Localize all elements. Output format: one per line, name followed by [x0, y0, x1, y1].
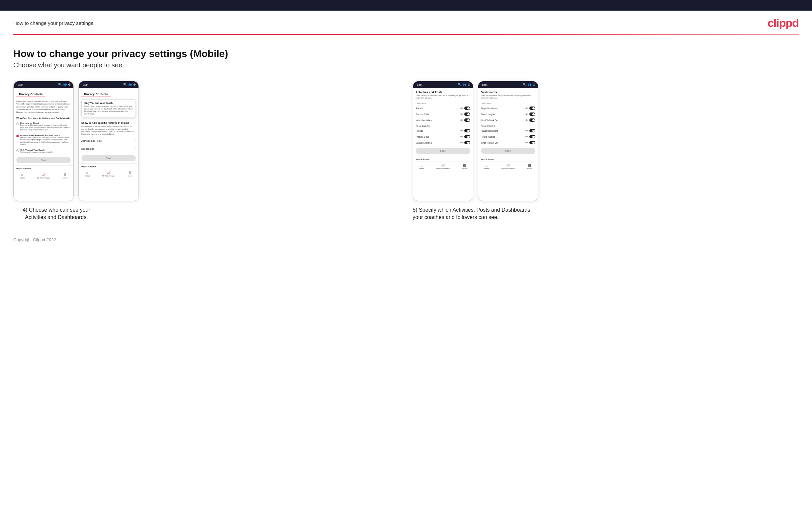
arrow-right-icon: ›: [135, 139, 136, 143]
phone3-nav-icons: 🔍 👥 ⚙: [458, 83, 470, 86]
radio3[interactable]: [16, 149, 19, 152]
menu-icon4: ☰: [528, 164, 531, 167]
tab-home-3[interactable]: ⌂ Home: [419, 164, 424, 170]
dash-heading: Dashboards: [478, 88, 538, 95]
menu-dashboards[interactable]: Dashboards ›: [79, 145, 139, 153]
breadcrumb: How to change your privacy settings: [13, 20, 93, 26]
settings-icon3[interactable]: ⚙: [468, 83, 470, 86]
toggle-switch-ri-c1[interactable]: [529, 112, 536, 116]
people-icon3[interactable]: 👥: [463, 83, 466, 86]
tab-performance-4[interactable]: 📈 My Performance: [502, 164, 515, 170]
phone1-option2[interactable]: Only Approved Followers and Your Coach O…: [14, 133, 73, 147]
step4-group: ‹ Back 🔍 👥 ⚙ Privacy Controls: [13, 81, 400, 221]
tab-home-1[interactable]: ⌂ Home: [20, 173, 25, 179]
phone2-section-title: Privacy Controls: [81, 90, 111, 97]
dash-desc: Select the dashboards that you'd like to…: [478, 95, 538, 101]
phone1-back[interactable]: ‹ Back: [16, 83, 23, 86]
phone1-save-btn[interactable]: Save: [16, 157, 71, 163]
on-label-pd2: ON: [460, 136, 463, 138]
header: How to change your privacy settings clip…: [0, 11, 812, 34]
phone3-tab-bar: ⌂ Home 📈 My Performance ☰ Menu: [413, 162, 473, 171]
search-icon2[interactable]: 🔍: [123, 83, 127, 86]
phone4-save-btn[interactable]: Save: [481, 148, 536, 154]
phone1-section-title: Privacy Controls: [16, 90, 46, 97]
page-heading: How to change your privacy settings (Mob…: [13, 48, 799, 59]
tab-menu-4[interactable]: ☰ Menu: [527, 164, 532, 170]
phone3-back[interactable]: ‹ Back: [416, 83, 422, 86]
settings-icon[interactable]: ⚙: [68, 83, 71, 86]
copyright-text: Copyright Clippd 2022: [13, 237, 56, 242]
search-icon[interactable]: 🔍: [58, 83, 62, 86]
phone3-save-btn[interactable]: Save: [416, 148, 470, 154]
toggle-switch-r2[interactable]: [464, 129, 470, 132]
tab-home-2[interactable]: ⌂ Home: [85, 171, 90, 177]
radio2[interactable]: [16, 135, 19, 137]
top-bar: [0, 0, 812, 11]
radio1[interactable]: [16, 122, 19, 125]
followers-label-3: FOLLOWERS: [413, 123, 473, 128]
phone-screen1: ‹ Back 🔍 👥 ⚙ Privacy Controls: [13, 81, 74, 201]
tab-home-4[interactable]: ⌂ Home: [484, 164, 489, 170]
footer: Copyright Clippd 2022: [0, 231, 812, 248]
toggle-switch-pd-f1[interactable]: [529, 129, 536, 132]
toggle-player-dash-coaches: Player Dashboard ON: [478, 105, 538, 111]
on-label-pd1: ON: [460, 113, 463, 115]
chart-icon: 📈: [42, 173, 46, 176]
settings-icon4[interactable]: ⚙: [533, 83, 536, 86]
phone1-option1[interactable]: Everyone on Clippd Everyone on Clippd ca…: [14, 120, 73, 133]
toggle-switch-r1[interactable]: [464, 107, 470, 110]
toggle-switch-pd-c1[interactable]: [529, 107, 536, 110]
people-icon[interactable]: 👥: [63, 83, 67, 86]
tab-performance-1[interactable]: 📈 My Performance: [37, 173, 50, 179]
main-content: How to change your privacy settings (Mob…: [0, 35, 812, 231]
on-label-ri-c1: ON: [525, 113, 528, 115]
info-text: Regardless of the privacy controls that …: [81, 125, 136, 135]
phone4-back[interactable]: ‹ Back: [481, 83, 488, 86]
phone2-back[interactable]: ‹ Back: [81, 83, 88, 86]
phone1-option3[interactable]: Only You and Your Coach Only you and the…: [14, 147, 73, 155]
people-icon4[interactable]: 👥: [528, 83, 531, 86]
toggle-switch-ri-f1[interactable]: [529, 135, 536, 138]
on-label-ri-f1: ON: [525, 136, 528, 138]
settings-icon2[interactable]: ⚙: [133, 83, 136, 86]
step5-group: ‹ Back 🔍 👥 ⚙ Activities and Posts Selec: [413, 81, 799, 221]
tab-menu-1[interactable]: ☰ Menu: [63, 173, 67, 179]
toggle-switch-pd2[interactable]: [464, 135, 470, 138]
tab-menu-2[interactable]: ☰ Menu: [128, 171, 133, 177]
phone1-nav: ‹ Back 🔍 👥 ⚙: [14, 81, 73, 88]
tab-menu-3[interactable]: ☰ Menu: [462, 164, 467, 170]
toggle-manual-coaches: Manual Activities ON: [413, 117, 473, 123]
toggle-switch-pd1[interactable]: [464, 112, 470, 116]
phone4-help: Help & Support: [478, 156, 538, 162]
toggle-switch-wo-c1[interactable]: [529, 118, 536, 122]
coaches-label-4: COACHES: [478, 101, 538, 105]
phone3-help: Help & Support: [413, 156, 473, 162]
phone4-nav-icons: 🔍 👥 ⚙: [523, 83, 536, 86]
toggle-round-insights-followers: Round Insights ON: [478, 134, 538, 140]
toggle-round-insights-coaches: Round Insights ON: [478, 111, 538, 117]
info-title: Show or hide specific features in Clippd: [81, 121, 136, 124]
search-icon4[interactable]: 🔍: [523, 83, 526, 86]
toggle-switch-ma2[interactable]: [464, 141, 470, 144]
menu-icon2: ☰: [129, 171, 132, 174]
tab-performance-3[interactable]: 📈 My Performance: [437, 164, 450, 170]
toggle-work-on-coaches: What To Work On ON: [478, 117, 538, 123]
menu-activities[interactable]: Activities and Posts ›: [79, 137, 139, 145]
chevron-left-icon2: ‹: [81, 83, 82, 86]
phone-screen2: ‹ Back 🔍 👥 ⚙ Privacy Controls: [79, 81, 139, 201]
toggle-player-dash-followers: Player Dashboard ON: [478, 128, 538, 134]
toggle-switch-ma1[interactable]: [464, 118, 470, 122]
tab-performance-2[interactable]: 📈 My Performance: [102, 171, 115, 177]
people-icon2[interactable]: 👥: [128, 83, 132, 86]
search-icon3[interactable]: 🔍: [458, 83, 461, 86]
phone2-save-btn[interactable]: Save: [81, 155, 136, 161]
phone-screen4: ‹ Back 🔍 👥 ⚙ Dashboards Select the dash: [478, 81, 538, 201]
toggle-switch-wo-f1[interactable]: [529, 141, 536, 144]
phone1-nav-icons: 🔍 👥 ⚙: [58, 83, 71, 86]
home-icon: ⌂: [21, 173, 23, 176]
toggle-practice-coaches: Practice Drills ON: [413, 111, 473, 117]
home-icon2: ⌂: [86, 171, 88, 174]
toggle-rounds-coaches: Rounds ON: [413, 105, 473, 111]
on-label-ma2: ON: [460, 142, 463, 144]
phone1-help: Help & Support: [14, 165, 73, 171]
